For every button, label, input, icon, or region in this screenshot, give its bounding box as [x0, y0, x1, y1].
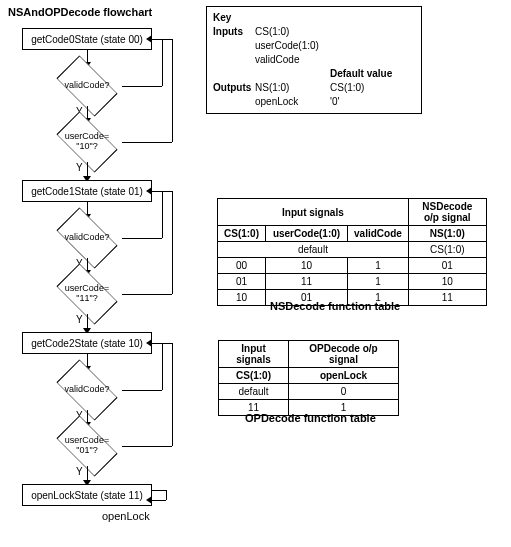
- ns-r1c3: 10: [408, 274, 486, 290]
- decision-uc11: userCode="11"?: [52, 274, 122, 314]
- state-11: openLockState (state 11): [22, 484, 152, 506]
- op-table: Input signals OPDecode o/p signal CS(1:0…: [218, 340, 399, 416]
- ns-group-input: Input signals: [218, 199, 409, 226]
- ns-r0c1: 10: [266, 258, 348, 274]
- ns-r0c3: 01: [408, 258, 486, 274]
- key-heading: Key: [213, 11, 415, 25]
- ns-default-in: default: [218, 242, 409, 258]
- key-box: Key Inputs CS(1:0) userCode(1:0) validCo…: [206, 6, 422, 114]
- ns-h1: userCode(1:0): [266, 226, 348, 242]
- key-input-2: validCode: [255, 53, 330, 67]
- ns-group-output: NSDecode o/p signal: [408, 199, 486, 226]
- ns-h2: validCode: [348, 226, 409, 242]
- op-group-output: OPDecode o/p signal: [289, 341, 399, 368]
- key-output-0: NS(1:0): [255, 81, 330, 95]
- decision-uc01: userCode="01"?: [52, 426, 122, 466]
- decision-valid-1: validCode?: [52, 218, 122, 258]
- ns-r0c0: 00: [218, 258, 266, 274]
- op-h0: CS(1:0): [219, 368, 289, 384]
- key-input-1: userCode(1:0): [255, 39, 330, 53]
- decision-valid-0: validCode?: [52, 66, 122, 106]
- op-group-input: Input signals: [219, 341, 289, 368]
- key-inputs-label: Inputs: [213, 25, 255, 39]
- key-default-1: '0': [330, 95, 339, 109]
- key-input-0: CS(1:0): [255, 25, 330, 39]
- op-r0c0: default: [219, 384, 289, 400]
- key-default-label: Default value: [330, 67, 392, 81]
- ns-r0c2: 1: [348, 258, 409, 274]
- edge-y-2b: Y: [76, 466, 83, 477]
- op-h1: openLock: [289, 368, 399, 384]
- ns-table: Input signals NSDecode o/p signal CS(1:0…: [217, 198, 487, 306]
- state-10: getCode2State (state 10): [22, 332, 152, 354]
- decision-uc10: userCode="10"?: [52, 122, 122, 162]
- op-table-title: OPDecode function table: [245, 412, 376, 424]
- edge-y-1b: Y: [76, 314, 83, 325]
- key-output-1: openLock: [255, 95, 330, 109]
- ns-r2c0: 10: [218, 290, 266, 306]
- state-00: getCode0State (state 00): [22, 28, 152, 50]
- output-openlock: openLock: [102, 510, 150, 522]
- flowchart-title: NSAndOPDecode flowchart: [8, 6, 152, 18]
- state-01: getCode1State (state 01): [22, 180, 152, 202]
- decision-valid-2: validCode?: [52, 370, 122, 410]
- ns-default-out: CS(1:0): [408, 242, 486, 258]
- ns-r1c1: 11: [266, 274, 348, 290]
- op-r0c1: 0: [289, 384, 399, 400]
- edge-y-0b: Y: [76, 162, 83, 173]
- ns-r1c2: 1: [348, 274, 409, 290]
- ns-r2c3: 11: [408, 290, 486, 306]
- key-default-0: CS(1:0): [330, 81, 364, 95]
- key-outputs-label: Outputs: [213, 81, 255, 95]
- ns-h3: NS(1:0): [408, 226, 486, 242]
- ns-table-title: NSDecode function table: [270, 300, 400, 312]
- ns-r1c0: 01: [218, 274, 266, 290]
- ns-h0: CS(1:0): [218, 226, 266, 242]
